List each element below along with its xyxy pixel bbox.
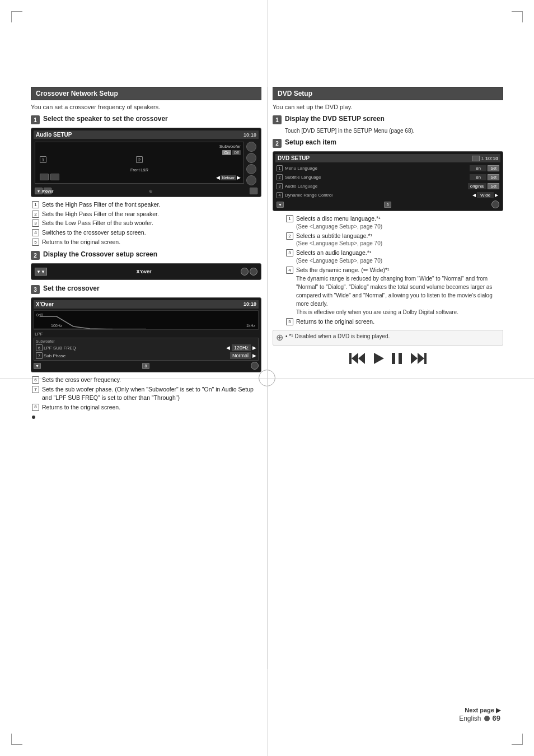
dvd-row-num-3: 3 xyxy=(277,183,283,189)
skip-forward-icon xyxy=(407,351,428,366)
two-columns: Crossover Network Setup You can set a cr… xyxy=(31,87,503,419)
xover-num8: 8 xyxy=(142,363,149,369)
graph-1khz: 1kHz xyxy=(246,324,255,328)
content-area: Crossover Network Setup You can set a cr… xyxy=(31,87,503,669)
step3-header: 3 Set the crossover xyxy=(31,284,261,294)
dvd-num-item-4: 4 Sets the dynamic range. (✏ Wide)*¹ The… xyxy=(286,266,503,316)
off-btn[interactable]: Off xyxy=(232,150,241,155)
num-item-8-text: Returns to the original screen. xyxy=(42,403,120,412)
svg-rect-3 xyxy=(349,353,352,364)
dvd-dynrange-label: Dynamic Range Control xyxy=(285,193,471,198)
graph-100hz: 100Hz xyxy=(51,324,62,328)
dvd-num-box-3: 3 xyxy=(286,249,293,256)
dvd-step2-num: 2 xyxy=(273,139,282,148)
front-label: Front L&R xyxy=(130,168,148,172)
language-label: English xyxy=(459,715,481,722)
sub-phase-value: Normal xyxy=(230,352,251,359)
corner-mark-tr xyxy=(512,11,523,22)
speaker-pos-1: 1 xyxy=(40,156,46,163)
num-box-5: 5 xyxy=(32,239,39,246)
corner-mark-tl xyxy=(11,11,22,22)
num-box-3: 3 xyxy=(32,220,39,227)
lpf-arrow-right[interactable]: ▶ xyxy=(252,345,256,351)
xover-graph: 0dB 100Hz 1kHz xyxy=(34,310,259,330)
svg-marker-7 xyxy=(411,353,418,364)
svg-rect-5 xyxy=(392,353,395,364)
pause-icon xyxy=(390,351,404,366)
play-icon xyxy=(372,351,386,366)
dynrange-arrow-right[interactable]: ▶ xyxy=(495,193,498,198)
phase-arrow-right[interactable]: ▶ xyxy=(252,353,256,358)
page-container: Crossover Network Setup You can set a cr… xyxy=(0,0,534,756)
dvd-audio-lang-btn[interactable]: Set xyxy=(488,183,499,189)
subwoofer-label: Subwoofer xyxy=(219,144,241,149)
num-item-8: 8 Returns to the original screen. xyxy=(32,403,261,412)
dvd-sub-lang-val: en xyxy=(470,174,486,180)
xover-screen: X'Over 10:10 0dB 100Hz 1kHz xyxy=(31,297,261,372)
lpf-freq-value: 120Hz xyxy=(232,344,251,351)
dvd-row-3: 3 Audio Language original Set xyxy=(275,183,500,190)
xover-num6: 6 xyxy=(36,344,43,351)
left-section-header: Crossover Network Setup xyxy=(31,87,261,100)
dvd-step1-desc: Touch [DVD SETUP] in the SETUP Menu (pag… xyxy=(285,128,503,134)
dvd-sub-lang-btn[interactable]: Set xyxy=(488,174,499,180)
num-box-7: 7 xyxy=(32,386,39,393)
step3-num-list: 6 Sets the cross over frequency. 7 Sets … xyxy=(31,376,261,411)
lpf-label: LPF xyxy=(35,332,74,337)
dynrange-arrow-left[interactable]: ◀ xyxy=(472,193,476,198)
svg-marker-4 xyxy=(374,353,384,364)
dvd-setup-time: 10:10 xyxy=(485,156,498,161)
num-box-8: 8 xyxy=(32,404,39,411)
dvd-num-box-1: 1 xyxy=(286,215,293,222)
lpf-freq-label: LPF SUB FREQ xyxy=(44,346,76,351)
dvd-item-3-sub: (See <Language Setup>, page 70) xyxy=(296,257,382,265)
svg-marker-2 xyxy=(352,353,358,364)
screen-bottom-row: ▼ X'over ⊕ xyxy=(34,188,259,194)
dvd-row-2: 2 Subtitle Language en Set xyxy=(275,174,500,181)
page-language-row: English 69 xyxy=(459,714,500,722)
corner-mark-br xyxy=(512,734,523,745)
dvd-setup-titlebar: DVD SETUP 1 10:10 xyxy=(275,154,500,162)
note-icon: ⊕ xyxy=(276,333,283,342)
left-column: Crossover Network Setup You can set a cr… xyxy=(31,87,267,419)
dvd-sub-lang-label: Subtitle Language xyxy=(285,175,470,180)
dvd-num-item-2: 2 Selects a subtitle language.*¹ (See <L… xyxy=(286,232,503,248)
on-btn[interactable]: On xyxy=(222,150,231,155)
skip-back-icon xyxy=(348,351,368,366)
dvd-num-item-1: 1 Selects a disc menu language.*¹ (See <… xyxy=(286,214,503,231)
speaker-pos-2: 2 xyxy=(136,156,143,163)
dvd-step1-num: 1 xyxy=(273,115,282,124)
dvd-step1-header: 1 Display the DVD SETUP screen xyxy=(273,115,503,124)
sub-phase-label: Sub Phase xyxy=(44,353,65,358)
dvd-menu-lang-val: en xyxy=(470,165,486,171)
num-item-3-text: Sets the Low Pass Filter of the sub woof… xyxy=(42,219,153,227)
dvd-step2-header: 2 Setup each item xyxy=(273,138,503,148)
page-dot xyxy=(484,716,490,721)
num-item-6-text: Sets the cross over frequency. xyxy=(42,376,121,384)
dvd-item-2-text: Selects a subtitle language.*¹ xyxy=(296,232,372,239)
step1-num: 1 xyxy=(31,115,40,124)
num-item-2-text: Sets the High Pass Filter of the rear sp… xyxy=(42,210,159,218)
dvd-item-1-sub: (See <Language Setup>, page 70) xyxy=(296,223,382,231)
step1-title: Select the speaker to set the crossover xyxy=(43,115,168,123)
num-item-5-text: Returns to the original screen. xyxy=(42,238,120,246)
audio-setup-title: Audio SETUP xyxy=(36,132,72,138)
num-box-1: 1 xyxy=(32,201,39,208)
dvd-item-4-text: Sets the dynamic range. (✏ Wide)*¹ xyxy=(296,267,390,273)
dvd-setup-screen: DVD SETUP 1 10:10 1 Menu Language en Set xyxy=(273,151,503,211)
num-item-2: 2 Sets the High Pass Filter of the rear … xyxy=(32,210,261,218)
xover-lpf-row: LPF xyxy=(34,332,259,337)
xover-subwoofer-row: Subwoofer 6 LPF SUB FREQ ◀ 120Hz ▶ xyxy=(34,338,259,361)
subwoofer-sub-label: Subwoofer xyxy=(36,339,54,343)
num-item-7-text: Sets the sub woofer phase. (Only when "S… xyxy=(42,385,261,402)
num-box-6: 6 xyxy=(32,376,39,384)
bottom-icons-area xyxy=(273,351,503,366)
lpf-arrow-left[interactable]: ◀ xyxy=(226,345,230,351)
screen-bottom-btns xyxy=(40,174,59,180)
num-item-7: 7 Sets the sub woofer phase. (Only when … xyxy=(32,385,261,402)
footer: Next page ▶ English 69 xyxy=(459,707,500,722)
dvd-menu-lang-btn[interactable]: Set xyxy=(488,165,499,171)
num-item-6: 6 Sets the cross over frequency. xyxy=(32,376,261,384)
dvd-row-4: 4 Dynamic Range Control ◀ Wide ▶ xyxy=(275,192,500,199)
left-section-intro: You can set a crossover frequency of spe… xyxy=(31,104,261,110)
